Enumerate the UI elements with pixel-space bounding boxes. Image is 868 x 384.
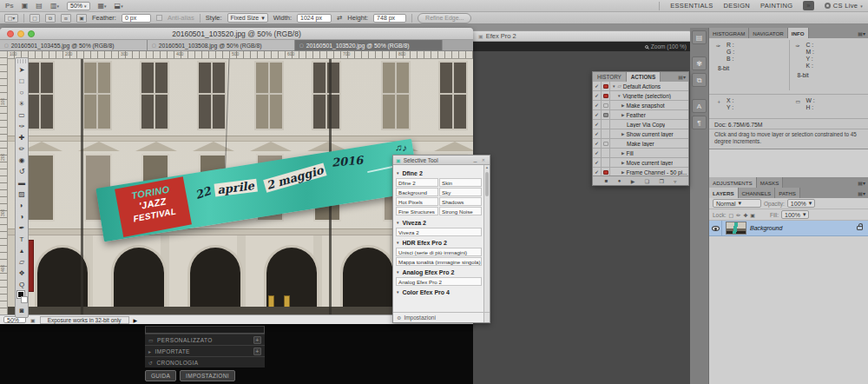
dialog-toggle-cell[interactable] (602, 158, 610, 167)
swatches-panel-icon[interactable]: ✾ (692, 56, 707, 70)
include-checkmark-icon[interactable]: ✓ (593, 110, 602, 119)
action-row[interactable]: ✓Layer Via Copy (593, 120, 688, 129)
styles-panel-icon[interactable]: ⧉ (692, 73, 707, 87)
panel-menu-icon[interactable]: ▤▾ (855, 188, 868, 198)
layer-thumbnail[interactable] (726, 222, 746, 235)
status-menu-arrow-icon[interactable]: ▶ (134, 317, 138, 323)
style-dropdown[interactable]: Fixed Size▾ (227, 13, 268, 23)
include-checkmark-icon[interactable]: ✓ (593, 139, 602, 148)
include-checkmark-icon[interactable]: ✓ (593, 120, 602, 129)
expand-arrow-icon[interactable]: ▼ (612, 84, 615, 89)
action-row[interactable]: ✓▶Make snapshot (593, 101, 688, 110)
maximize-icon[interactable] (28, 30, 35, 37)
scrollbar[interactable]: ▲ (483, 165, 490, 322)
dialog-toggle-icon[interactable] (602, 91, 610, 100)
filter-button[interactable]: Strong Noise (439, 207, 482, 215)
move-tool-icon[interactable]: ➤ (16, 64, 28, 76)
section-header-viveza[interactable]: ▼Viveza 2 (396, 217, 482, 228)
feather-input[interactable]: 0 px (122, 14, 151, 23)
width-input[interactable]: 1024 px (297, 14, 332, 23)
dialog-toggle-icon[interactable] (602, 82, 610, 90)
lock-transparency-icon[interactable]: ▢ (729, 212, 734, 218)
eyedropper-icon[interactable]: ✑ (796, 43, 800, 49)
filter-button[interactable]: Skin (439, 178, 482, 187)
zoom-level-dropdown[interactable]: 50%▾ (67, 2, 90, 10)
blend-mode-dropdown[interactable]: Normal▾ (713, 199, 761, 208)
section-header-color[interactable]: ▼Color Efex Pro 4 (396, 287, 482, 297)
magic-wand-tool-icon[interactable]: ✳ (16, 98, 28, 109)
document-tab[interactable]: ▢20160501_103508.jpg @ 50% (RGB/8) (148, 40, 295, 50)
include-checkmark-icon[interactable]: ✓ (593, 82, 602, 90)
document-tab-active[interactable]: ▢20160501_103520.jpg @ 50% (RGB/8) (295, 40, 443, 50)
add-icon[interactable]: + (253, 336, 261, 344)
action-row[interactable]: ✓▶Move current layer (593, 158, 688, 168)
eyedropper-tool-icon[interactable]: ✑ (16, 121, 28, 132)
expand-arrow-icon[interactable]: ▶ (621, 132, 624, 136)
horizontal-ruler[interactable]: 100200300400500600700800 (8, 51, 473, 59)
filter-button[interactable]: Mappa tonalità (immagine singola) (396, 257, 482, 266)
hand-tool-icon[interactable]: ❖ (16, 268, 28, 279)
tab-paths[interactable]: PATHS (775, 188, 800, 198)
impostazioni-button[interactable]: IMPOSTAZIONI (180, 370, 235, 381)
section-header-dfine[interactable]: ▼Dfine 2 (396, 168, 482, 178)
presets-row-personalizzato[interactable]: ▭PERSONALIZZATO+ (145, 334, 265, 345)
delete-icon[interactable]: ▿ (674, 178, 676, 184)
collapse-arrow-icon[interactable]: ▼ (396, 270, 399, 275)
workspace-expander-button[interactable]: » (803, 1, 813, 10)
dialog-toggle-cell[interactable] (602, 120, 610, 129)
include-checkmark-icon[interactable]: ✓ (593, 129, 602, 138)
view-extras-icon[interactable]: ▥▾ (50, 2, 59, 10)
play-icon[interactable]: ▶ (631, 178, 635, 184)
add-icon[interactable]: + (253, 348, 261, 355)
tab-masks[interactable]: MASKS (757, 177, 784, 188)
crop-tool-icon[interactable]: ▭ (16, 109, 28, 121)
tab-actions[interactable]: ACTIONS (627, 72, 661, 82)
layer-row-background[interactable]: Background (709, 221, 868, 236)
selective-tool-titlebar[interactable]: ▣ Selective Tool ▁ ✕ (393, 156, 490, 165)
filter-button[interactable]: Fine Structures (396, 207, 438, 215)
quick-mask-icon[interactable]: ◙ (16, 305, 28, 316)
marquee-tool-preset-icon[interactable]: ▢▾ (4, 14, 18, 23)
panel-menu-icon[interactable]: ▤▾ (855, 28, 868, 38)
fill-input[interactable]: 100%▾ (781, 210, 809, 219)
filter-button[interactable]: Viveza 2 (396, 228, 482, 236)
pen-tool-icon[interactable]: ✒ (16, 222, 28, 234)
presets-row-cronologia[interactable]: ↺CRONOLOGIA (145, 356, 265, 367)
tab-history[interactable]: HISTORY (593, 72, 627, 82)
include-checkmark-icon[interactable]: ✓ (593, 149, 602, 157)
expand-arrow-icon[interactable]: ▶ (621, 113, 624, 117)
dialog-toggle-cell[interactable] (602, 129, 610, 138)
add-selection-icon[interactable]: ⧉ (45, 14, 56, 23)
dialog-toggle-cell[interactable] (602, 149, 610, 157)
close-icon[interactable] (7, 30, 14, 37)
paragraph-panel-icon[interactable]: ¶ (692, 116, 707, 129)
workspace-design[interactable]: DESIGN (724, 2, 751, 10)
marquee-tool-icon[interactable]: □ (16, 76, 28, 87)
path-selection-tool-icon[interactable]: ▴ (16, 245, 28, 256)
zoom-tool-icon[interactable]: Q (16, 279, 28, 290)
shape-tool-icon[interactable]: ▱ (16, 256, 28, 268)
new-action-icon[interactable]: ❐ (659, 178, 663, 184)
expand-arrow-icon[interactable]: ▶ (621, 161, 624, 165)
collapse-arrow-icon[interactable]: ▼ (396, 290, 399, 295)
tab-navigator[interactable]: NAVIGATOR (749, 28, 787, 38)
visibility-well[interactable] (709, 221, 722, 235)
lock-position-icon[interactable]: ✚ (743, 212, 747, 218)
vertical-ruler[interactable]: 100200300400 (0, 51, 8, 314)
dodge-tool-icon[interactable]: ◑ (16, 211, 28, 222)
brush-tool-icon[interactable]: ✏ (16, 143, 28, 155)
new-selection-icon[interactable]: ▢ (30, 14, 40, 23)
eyedropper-icon[interactable]: ✑ (716, 43, 720, 49)
efex-zoom-indicator[interactable]: Zoom (100 %) (473, 42, 692, 51)
minimize-icon[interactable] (17, 30, 24, 37)
character-panel-icon[interactable]: A (692, 99, 707, 113)
subtract-selection-icon[interactable]: ⧈ (61, 14, 71, 23)
record-icon[interactable]: ● (618, 178, 621, 183)
filter-button[interactable]: Dfine 2 (396, 178, 438, 187)
collapse-arrow-icon[interactable]: ▼ (396, 171, 399, 175)
swap-dimensions-icon[interactable]: ⇄ (337, 14, 342, 22)
workspace-painting[interactable]: PAINTING (760, 2, 792, 10)
selective-tool-footer[interactable]: ⚙Impostazioni (393, 312, 490, 322)
cs-live-button[interactable]: CS Live▾ (825, 2, 863, 10)
include-checkmark-icon[interactable]: ✓ (593, 158, 602, 167)
